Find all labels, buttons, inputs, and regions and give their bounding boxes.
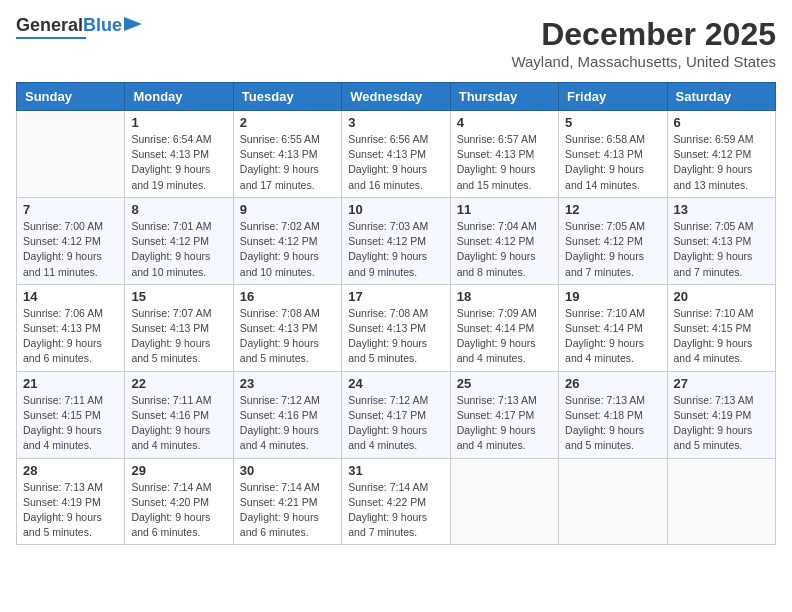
day-number: 11 bbox=[457, 202, 552, 217]
location: Wayland, Massachusetts, United States bbox=[511, 53, 776, 70]
day-info: Sunrise: 7:05 AMSunset: 4:12 PMDaylight:… bbox=[565, 219, 660, 280]
day-number: 14 bbox=[23, 289, 118, 304]
day-number: 24 bbox=[348, 376, 443, 391]
calendar-cell: 3Sunrise: 6:56 AMSunset: 4:13 PMDaylight… bbox=[342, 111, 450, 198]
day-info: Sunrise: 7:08 AMSunset: 4:13 PMDaylight:… bbox=[348, 306, 443, 367]
day-number: 4 bbox=[457, 115, 552, 130]
calendar-cell: 12Sunrise: 7:05 AMSunset: 4:12 PMDayligh… bbox=[559, 197, 667, 284]
calendar-week-row: 21Sunrise: 7:11 AMSunset: 4:15 PMDayligh… bbox=[17, 371, 776, 458]
day-info: Sunrise: 7:13 AMSunset: 4:19 PMDaylight:… bbox=[23, 480, 118, 541]
day-number: 10 bbox=[348, 202, 443, 217]
calendar-week-row: 28Sunrise: 7:13 AMSunset: 4:19 PMDayligh… bbox=[17, 458, 776, 545]
day-info: Sunrise: 7:14 AMSunset: 4:22 PMDaylight:… bbox=[348, 480, 443, 541]
day-info: Sunrise: 7:07 AMSunset: 4:13 PMDaylight:… bbox=[131, 306, 226, 367]
calendar-cell: 6Sunrise: 6:59 AMSunset: 4:12 PMDaylight… bbox=[667, 111, 775, 198]
calendar-cell: 29Sunrise: 7:14 AMSunset: 4:20 PMDayligh… bbox=[125, 458, 233, 545]
day-info: Sunrise: 7:14 AMSunset: 4:21 PMDaylight:… bbox=[240, 480, 335, 541]
calendar-cell bbox=[17, 111, 125, 198]
day-info: Sunrise: 7:00 AMSunset: 4:12 PMDaylight:… bbox=[23, 219, 118, 280]
weekday-header: Thursday bbox=[450, 83, 558, 111]
calendar-cell: 7Sunrise: 7:00 AMSunset: 4:12 PMDaylight… bbox=[17, 197, 125, 284]
weekday-header: Monday bbox=[125, 83, 233, 111]
logo: GeneralBlue bbox=[16, 16, 142, 39]
calendar-cell: 28Sunrise: 7:13 AMSunset: 4:19 PMDayligh… bbox=[17, 458, 125, 545]
calendar-cell: 24Sunrise: 7:12 AMSunset: 4:17 PMDayligh… bbox=[342, 371, 450, 458]
day-number: 6 bbox=[674, 115, 769, 130]
calendar-cell: 23Sunrise: 7:12 AMSunset: 4:16 PMDayligh… bbox=[233, 371, 341, 458]
day-number: 21 bbox=[23, 376, 118, 391]
day-number: 29 bbox=[131, 463, 226, 478]
day-info: Sunrise: 7:05 AMSunset: 4:13 PMDaylight:… bbox=[674, 219, 769, 280]
day-info: Sunrise: 7:11 AMSunset: 4:15 PMDaylight:… bbox=[23, 393, 118, 454]
calendar-cell: 14Sunrise: 7:06 AMSunset: 4:13 PMDayligh… bbox=[17, 284, 125, 371]
day-info: Sunrise: 7:10 AMSunset: 4:15 PMDaylight:… bbox=[674, 306, 769, 367]
day-number: 23 bbox=[240, 376, 335, 391]
day-number: 20 bbox=[674, 289, 769, 304]
day-number: 27 bbox=[674, 376, 769, 391]
day-info: Sunrise: 7:11 AMSunset: 4:16 PMDaylight:… bbox=[131, 393, 226, 454]
calendar-cell: 9Sunrise: 7:02 AMSunset: 4:12 PMDaylight… bbox=[233, 197, 341, 284]
day-info: Sunrise: 6:54 AMSunset: 4:13 PMDaylight:… bbox=[131, 132, 226, 193]
calendar-cell: 4Sunrise: 6:57 AMSunset: 4:13 PMDaylight… bbox=[450, 111, 558, 198]
day-info: Sunrise: 7:14 AMSunset: 4:20 PMDaylight:… bbox=[131, 480, 226, 541]
day-number: 18 bbox=[457, 289, 552, 304]
day-info: Sunrise: 6:58 AMSunset: 4:13 PMDaylight:… bbox=[565, 132, 660, 193]
calendar-cell: 30Sunrise: 7:14 AMSunset: 4:21 PMDayligh… bbox=[233, 458, 341, 545]
calendar-cell bbox=[450, 458, 558, 545]
day-info: Sunrise: 7:01 AMSunset: 4:12 PMDaylight:… bbox=[131, 219, 226, 280]
day-info: Sunrise: 7:04 AMSunset: 4:12 PMDaylight:… bbox=[457, 219, 552, 280]
day-number: 15 bbox=[131, 289, 226, 304]
day-info: Sunrise: 7:09 AMSunset: 4:14 PMDaylight:… bbox=[457, 306, 552, 367]
calendar-cell: 17Sunrise: 7:08 AMSunset: 4:13 PMDayligh… bbox=[342, 284, 450, 371]
day-number: 7 bbox=[23, 202, 118, 217]
calendar-cell: 8Sunrise: 7:01 AMSunset: 4:12 PMDaylight… bbox=[125, 197, 233, 284]
calendar-cell bbox=[667, 458, 775, 545]
calendar-week-row: 1Sunrise: 6:54 AMSunset: 4:13 PMDaylight… bbox=[17, 111, 776, 198]
calendar-cell: 18Sunrise: 7:09 AMSunset: 4:14 PMDayligh… bbox=[450, 284, 558, 371]
calendar-cell: 19Sunrise: 7:10 AMSunset: 4:14 PMDayligh… bbox=[559, 284, 667, 371]
day-number: 17 bbox=[348, 289, 443, 304]
day-number: 22 bbox=[131, 376, 226, 391]
day-info: Sunrise: 7:10 AMSunset: 4:14 PMDaylight:… bbox=[565, 306, 660, 367]
day-info: Sunrise: 6:55 AMSunset: 4:13 PMDaylight:… bbox=[240, 132, 335, 193]
day-info: Sunrise: 7:02 AMSunset: 4:12 PMDaylight:… bbox=[240, 219, 335, 280]
calendar-cell: 1Sunrise: 6:54 AMSunset: 4:13 PMDaylight… bbox=[125, 111, 233, 198]
calendar-cell: 11Sunrise: 7:04 AMSunset: 4:12 PMDayligh… bbox=[450, 197, 558, 284]
day-number: 13 bbox=[674, 202, 769, 217]
day-number: 26 bbox=[565, 376, 660, 391]
calendar-cell: 2Sunrise: 6:55 AMSunset: 4:13 PMDaylight… bbox=[233, 111, 341, 198]
calendar-cell: 16Sunrise: 7:08 AMSunset: 4:13 PMDayligh… bbox=[233, 284, 341, 371]
day-info: Sunrise: 6:57 AMSunset: 4:13 PMDaylight:… bbox=[457, 132, 552, 193]
calendar-cell: 10Sunrise: 7:03 AMSunset: 4:12 PMDayligh… bbox=[342, 197, 450, 284]
calendar-cell: 15Sunrise: 7:07 AMSunset: 4:13 PMDayligh… bbox=[125, 284, 233, 371]
logo-arrow-icon bbox=[124, 15, 142, 33]
day-number: 5 bbox=[565, 115, 660, 130]
day-info: Sunrise: 6:56 AMSunset: 4:13 PMDaylight:… bbox=[348, 132, 443, 193]
day-number: 1 bbox=[131, 115, 226, 130]
calendar-cell: 27Sunrise: 7:13 AMSunset: 4:19 PMDayligh… bbox=[667, 371, 775, 458]
day-info: Sunrise: 7:13 AMSunset: 4:18 PMDaylight:… bbox=[565, 393, 660, 454]
day-number: 30 bbox=[240, 463, 335, 478]
day-info: Sunrise: 7:08 AMSunset: 4:13 PMDaylight:… bbox=[240, 306, 335, 367]
calendar-cell: 22Sunrise: 7:11 AMSunset: 4:16 PMDayligh… bbox=[125, 371, 233, 458]
day-number: 28 bbox=[23, 463, 118, 478]
day-number: 9 bbox=[240, 202, 335, 217]
day-info: Sunrise: 7:03 AMSunset: 4:12 PMDaylight:… bbox=[348, 219, 443, 280]
weekday-header: Tuesday bbox=[233, 83, 341, 111]
calendar: SundayMondayTuesdayWednesdayThursdayFrid… bbox=[16, 82, 776, 545]
month-title: December 2025 bbox=[511, 16, 776, 53]
day-number: 25 bbox=[457, 376, 552, 391]
calendar-cell bbox=[559, 458, 667, 545]
day-info: Sunrise: 6:59 AMSunset: 4:12 PMDaylight:… bbox=[674, 132, 769, 193]
day-number: 8 bbox=[131, 202, 226, 217]
day-info: Sunrise: 7:06 AMSunset: 4:13 PMDaylight:… bbox=[23, 306, 118, 367]
day-info: Sunrise: 7:12 AMSunset: 4:16 PMDaylight:… bbox=[240, 393, 335, 454]
weekday-header: Friday bbox=[559, 83, 667, 111]
page-header: GeneralBlue December 2025 Wayland, Massa… bbox=[16, 16, 776, 70]
weekday-header: Sunday bbox=[17, 83, 125, 111]
logo-text: GeneralBlue bbox=[16, 16, 122, 36]
day-number: 12 bbox=[565, 202, 660, 217]
calendar-cell: 31Sunrise: 7:14 AMSunset: 4:22 PMDayligh… bbox=[342, 458, 450, 545]
day-info: Sunrise: 7:13 AMSunset: 4:17 PMDaylight:… bbox=[457, 393, 552, 454]
calendar-header-row: SundayMondayTuesdayWednesdayThursdayFrid… bbox=[17, 83, 776, 111]
